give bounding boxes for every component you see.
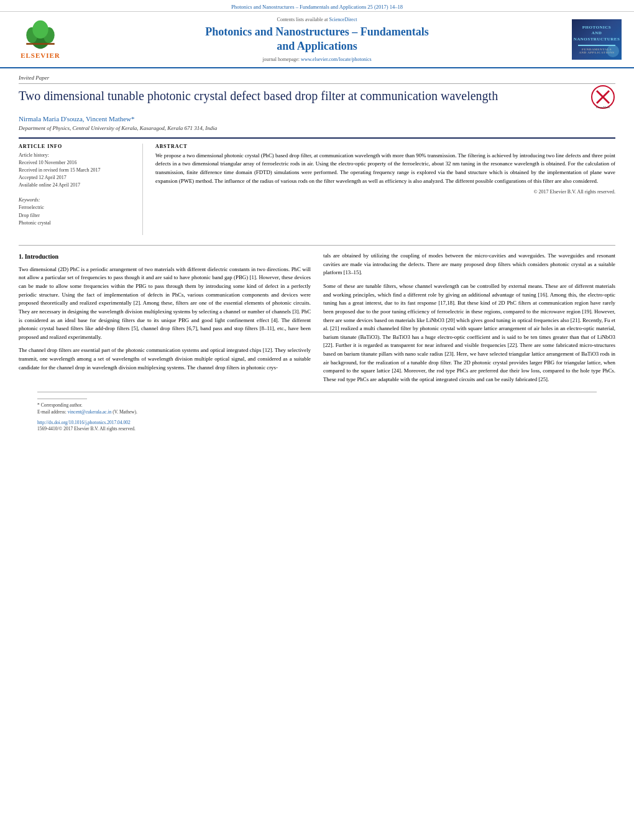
body-left-paragraph2: The channel drop filters are essential p… [19, 346, 311, 372]
article-history-section: Article Info Article history: Received 1… [19, 144, 133, 189]
title-row: Two dimensional tunable photonic crystal… [19, 88, 615, 110]
svg-text:CrossMark: CrossMark [596, 106, 610, 109]
photonics-logo-image: PHOTONICSANDNANOSTRUCTURES FUNDAMENTALSA… [572, 19, 622, 60]
section1-title: Introduction [25, 253, 58, 260]
footnote-email-line: E-mail address: vincent@cukerala.ac.in (… [37, 408, 597, 415]
journal-logo-right: PHOTONICSANDNANOSTRUCTURES FUNDAMENTALSA… [566, 19, 622, 60]
page: Photonics and Nanostructures – Fundament… [0, 0, 634, 840]
body-left-paragraph1: Two dimensional (2D) PhC is a periodic a… [19, 265, 311, 342]
journal-citation-bar: Photonics and Nanostructures – Fundament… [0, 0, 634, 12]
keyword-2: Drop filter [19, 212, 133, 220]
keywords-section: Keywords: Ferroelectric Drop filter Phot… [19, 196, 133, 228]
keyword-1: Ferroelectric [19, 204, 133, 212]
article-info-abstract: Article Info Article history: Received 1… [19, 137, 615, 235]
journal-homepage: journal homepage: www.elsevier.com/locat… [68, 57, 566, 62]
keywords-header: Keywords: [19, 196, 133, 204]
received-date: Received 10 November 2016 [19, 159, 133, 167]
invited-paper-label: Invited Paper [19, 75, 49, 81]
footnote-email-suffix: (V. Mathew). [113, 409, 137, 415]
section1-num: 1. [19, 253, 24, 260]
footer-footnotes: * Corresponding author. E-mail address: … [37, 392, 597, 433]
elsevier-logo: ELSEVIER [12, 19, 68, 59]
footnote-corresponding: * Corresponding author. [37, 402, 597, 408]
footnote-email-label: E-mail address: [37, 409, 68, 415]
article-info-panel: Article Info Article history: Received 1… [19, 144, 143, 235]
authors-line: Nirmala Maria D'souza, Vincent Mathew* [19, 115, 615, 122]
journal-header: ELSEVIER Contents lists available at Sci… [0, 12, 634, 68]
body-right-paragraph2: Some of these are tunable filters, whose… [323, 282, 615, 384]
abstract-header: ABSTRACT [155, 144, 615, 149]
contents-line: Contents lists available at ScienceDirec… [68, 17, 566, 22]
history-header: Article history: [19, 152, 133, 159]
sciencedirect-link[interactable]: ScienceDirect [329, 17, 357, 22]
elsevier-brand-text: ELSEVIER [21, 52, 60, 59]
svg-rect-5 [26, 44, 54, 45]
affiliation-line: Department of Physics, Central Universit… [19, 125, 615, 131]
journal-title-block: Contents lists available at ScienceDirec… [68, 17, 566, 62]
journal-citation-text: Photonics and Nanostructures – Fundament… [231, 4, 403, 10]
article-info-header: Article Info [19, 144, 133, 149]
abstract-section: ABSTRACT We propose a two dimensional ph… [155, 144, 615, 235]
col-right: tals are obtained by utilizing the coupl… [323, 252, 615, 389]
keyword-3: Photonic crystal [19, 219, 133, 228]
body-columns: 1. Introduction Two dimensional (2D) PhC… [19, 245, 615, 389]
abstract-text: We propose a two dimensional photonic cr… [155, 152, 615, 186]
col-left: 1. Introduction Two dimensional (2D) PhC… [19, 252, 311, 389]
main-content: Invited Paper Two dimensional tunable ph… [0, 68, 634, 439]
invited-paper-section: Invited Paper [19, 75, 615, 84]
svg-point-4 [32, 21, 48, 39]
footnote-divider [37, 399, 87, 399]
revised-date: Received in revised form 15 March 2017 [19, 167, 133, 174]
doi-link[interactable]: http://dx.doi.org/10.1016/j.photonics.20… [37, 420, 131, 425]
article-title: Two dimensional tunable photonic crystal… [19, 88, 498, 104]
doi-line: http://dx.doi.org/10.1016/j.photonics.20… [37, 419, 597, 425]
crossmark-logo: CrossMark [590, 85, 615, 109]
issn-line: 1569-4410/© 2017 Elsevier B.V. All right… [37, 425, 597, 432]
contents-text: Contents lists available at [277, 17, 329, 22]
section1-header: 1. Introduction [19, 252, 311, 262]
accepted-date: Accepted 12 April 2017 [19, 174, 133, 182]
body-right-paragraph1: tals are obtained by utilizing the coupl… [323, 252, 615, 277]
journal-name: Photonics and Nanostructures – Fundament… [68, 25, 566, 54]
footnote-email-link[interactable]: vincent@cukerala.ac.in [68, 409, 112, 415]
available-date: Available online 24 April 2017 [19, 182, 133, 189]
elsevier-tree-icon [22, 19, 59, 50]
homepage-url[interactable]: www.elsevier.com/locate/photonics [301, 57, 372, 62]
copyright-line: © 2017 Elsevier B.V. All rights reserved… [155, 189, 615, 195]
